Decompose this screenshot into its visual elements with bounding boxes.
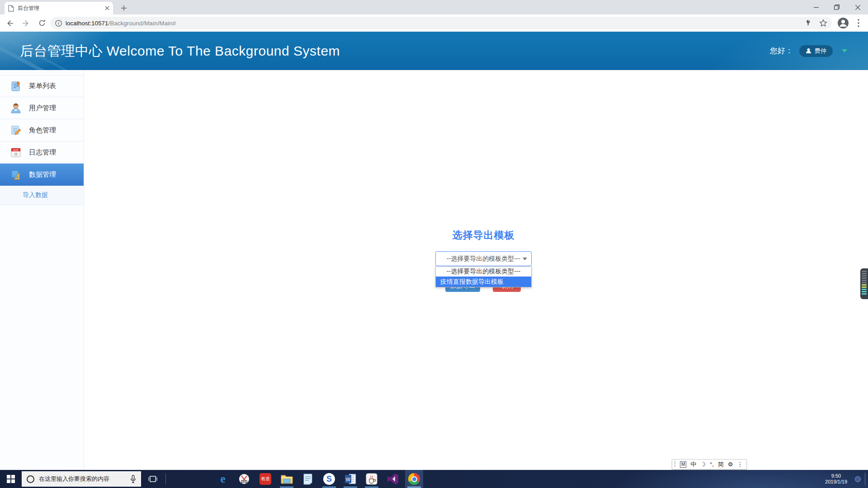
url-bar[interactable]: localhost:10571/Background/Main/Main# xyxy=(51,17,832,29)
sidebar-item-label: 用户管理 xyxy=(29,104,56,113)
minimize-button[interactable] xyxy=(806,0,826,14)
ime-more-icon[interactable]: ⋮ xyxy=(737,461,743,468)
greeting-label: 您好： xyxy=(770,46,793,56)
app-header-banner: 后台管理中心 Welcome To The Background System … xyxy=(0,32,868,70)
chevron-down-icon[interactable] xyxy=(842,49,847,52)
browser-toolbar: localhost:10571/Background/Main/Main# xyxy=(0,14,868,32)
mic-icon[interactable] xyxy=(130,475,136,483)
tab-close-icon[interactable] xyxy=(105,6,109,10)
ime-punctuation-icon[interactable]: °, xyxy=(710,461,714,468)
role-edit-icon xyxy=(10,124,22,136)
sidebar-item-label: 角色管理 xyxy=(29,126,56,135)
menu-list-icon xyxy=(10,80,22,92)
ime-settings-gear-icon[interactable]: ⚙ xyxy=(728,461,733,468)
sidebar-item-label: 数据管理 xyxy=(29,170,56,179)
ime-halfwidth-moon-icon[interactable]: ☽ xyxy=(700,461,706,468)
taskbar-separator xyxy=(165,474,166,484)
task-view-button[interactable] xyxy=(144,470,162,488)
tray-date: 2019/1/19 xyxy=(825,479,847,485)
template-type-select[interactable]: --选择要导出的模板类型--- xyxy=(435,251,532,266)
tab-title: 后台管理 xyxy=(18,5,101,12)
browser-tab[interactable]: 后台管理 xyxy=(5,2,113,14)
taskbar-sogou-input-icon[interactable]: S xyxy=(320,470,338,488)
screen: 后台管理 xyxy=(0,0,868,488)
ime-mode-icon[interactable]: M xyxy=(680,461,686,468)
sidebar-subitem-import-data[interactable]: 导入数据 xyxy=(0,186,84,205)
tray-time: 9:50 xyxy=(831,473,841,479)
window-controls xyxy=(806,0,868,14)
start-button[interactable] xyxy=(0,470,22,488)
sidebar-item-menu-list[interactable]: 菜单列表 xyxy=(0,75,84,97)
export-template-form: 选择导出模板 --选择要导出的模板类型--- --选择要导出的模板类型--- 疫… xyxy=(435,229,532,287)
dropdown-option-placeholder[interactable]: --选择要导出的模板类型--- xyxy=(436,267,531,277)
sidebar-item-label: 日志管理 xyxy=(29,148,56,157)
forward-icon[interactable] xyxy=(19,16,33,30)
taskbar: 在这里输入你要搜索的内容 e 有道 S W xyxy=(0,470,868,488)
taskbar-file-explorer-icon[interactable] xyxy=(278,470,296,488)
dropdown-option-epidemic-template[interactable]: 疫情直报数据导出模板 xyxy=(436,277,531,287)
app-title: 后台管理中心 Welcome To The Background System xyxy=(20,42,340,60)
site-info-icon[interactable] xyxy=(55,20,62,27)
taskbar-word-icon[interactable]: W xyxy=(341,470,359,488)
taskbar-notepad-icon[interactable] xyxy=(299,470,317,488)
browser-profile-avatar[interactable] xyxy=(837,17,849,29)
svg-text:11: 11 xyxy=(14,152,17,156)
user-icon xyxy=(10,102,22,114)
page-favicon-icon xyxy=(8,5,14,12)
ime-chinese-icon[interactable]: 中 xyxy=(690,460,696,469)
refresh-icon[interactable] xyxy=(35,16,49,30)
taskbar-search-input[interactable]: 在这里输入你要搜索的内容 xyxy=(22,471,141,487)
select-value: --选择要导出的模板类型--- xyxy=(447,255,520,263)
select-arrow-icon xyxy=(523,258,527,260)
restore-button[interactable] xyxy=(826,0,847,14)
sidebar-item-data-management[interactable]: 数据管理 xyxy=(0,164,84,186)
sidebar-item-label: 菜单列表 xyxy=(29,82,56,90)
edge-dock-widget[interactable] xyxy=(860,268,868,299)
sidebar-item-user-management[interactable]: 用户管理 xyxy=(0,97,84,119)
windows-logo-icon xyxy=(7,475,15,483)
taskbar-java-icon[interactable] xyxy=(363,470,381,488)
ime-drag-handle[interactable] xyxy=(674,461,676,468)
svg-text:W: W xyxy=(345,477,350,482)
browser-titlebar: 后台管理 xyxy=(0,0,868,14)
taskbar-chrome-icon[interactable] xyxy=(405,470,423,488)
password-key-icon[interactable] xyxy=(805,19,813,27)
sidebar-item-log-management[interactable]: AUG11 日志管理 xyxy=(0,141,84,164)
taskbar-youdao-icon[interactable]: 有道 xyxy=(256,470,274,488)
user-menu-button[interactable]: 费仲 xyxy=(799,45,833,57)
chrome-logo-icon xyxy=(408,473,420,485)
bookmark-star-icon[interactable] xyxy=(819,19,827,27)
close-window-button[interactable] xyxy=(847,0,868,14)
ime-language-bar[interactable]: M 中 ☽ °, 简 ⚙ ⋮ xyxy=(672,459,747,469)
template-type-dropdown-list: --选择要导出的模板类型--- 疫情直报数据导出模板 xyxy=(435,266,532,287)
taskbar-snipping-tool-icon[interactable] xyxy=(235,470,253,488)
cortana-circle-icon xyxy=(27,475,34,483)
browser-menu-icon[interactable] xyxy=(854,18,863,28)
url-path: /Background/Main/Main# xyxy=(108,20,176,27)
taskbar-edge-icon[interactable]: e xyxy=(214,470,232,488)
taskbar-clock[interactable]: 9:50 2019/1/19 xyxy=(825,470,847,488)
url-host: localhost:10571 xyxy=(66,20,108,27)
sidebar-item-role-management[interactable]: 角色管理 xyxy=(0,119,84,141)
log-calendar-icon: AUG11 xyxy=(10,146,22,158)
url-text: localhost:10571/Background/Main/Main# xyxy=(66,20,176,27)
tray-notification-icon[interactable] xyxy=(855,476,861,482)
page-title: 选择导出模板 xyxy=(435,229,532,242)
back-icon[interactable] xyxy=(3,16,16,30)
sidebar: 菜单列表 用户管理 角色管理 AUG11 日志管理 数据管理 xyxy=(0,70,84,470)
svg-text:AUG: AUG xyxy=(13,149,19,151)
user-icon xyxy=(806,48,811,54)
ime-simplified-icon[interactable]: 简 xyxy=(718,460,724,469)
taskbar-visual-studio-icon[interactable] xyxy=(384,470,402,488)
search-placeholder: 在这里输入你要搜索的内容 xyxy=(39,475,126,483)
sidebar-subitem-label: 导入数据 xyxy=(23,191,48,199)
username: 费仲 xyxy=(815,47,826,55)
show-desktop-button[interactable] xyxy=(865,473,865,485)
data-ruler-icon xyxy=(10,169,22,181)
new-tab-button[interactable] xyxy=(118,3,129,14)
